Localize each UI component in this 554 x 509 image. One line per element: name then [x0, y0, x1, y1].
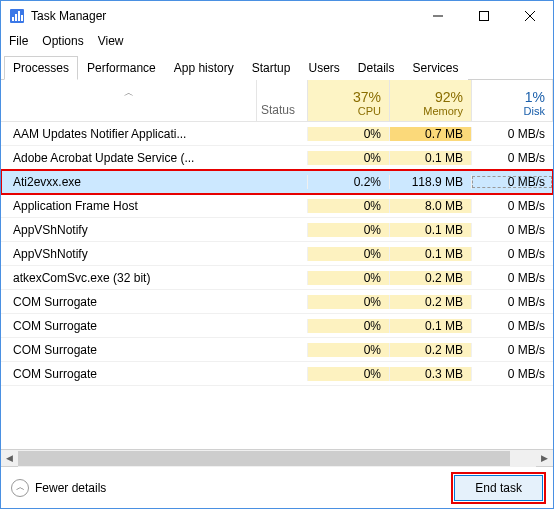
table-row[interactable]: COM Surrogate0%0.2 MB0 MB/s: [1, 290, 553, 314]
cell-name: atkexComSvc.exe (32 bit): [1, 271, 257, 285]
scroll-left-icon[interactable]: ◀: [1, 450, 18, 467]
titlebar: Task Manager: [1, 1, 553, 31]
cell-disk: 0 MB/s: [471, 295, 553, 309]
sort-caret-icon: ︿: [124, 86, 134, 100]
cell-memory: 118.9 MB: [389, 175, 471, 189]
cell-disk: 0 MB/s: [471, 127, 553, 141]
table-row[interactable]: AppVShNotify0%0.1 MB0 MB/s: [1, 218, 553, 242]
scroll-track[interactable]: [18, 450, 536, 467]
cell-memory: 0.3 MB: [389, 367, 471, 381]
task-manager-window: Task Manager File Options View Processes…: [0, 0, 554, 509]
cell-disk: 0 MB/s: [471, 151, 553, 165]
cell-cpu: 0%: [307, 319, 389, 333]
cell-cpu: 0%: [307, 367, 389, 381]
cell-cpu: 0%: [307, 247, 389, 261]
cell-cpu: 0%: [307, 199, 389, 213]
cell-name: COM Surrogate: [1, 319, 257, 333]
cell-name: COM Surrogate: [1, 367, 257, 381]
svg-rect-6: [480, 12, 489, 21]
column-headers: ︿ Status 37% CPU 92% Memory 1% Disk: [1, 80, 553, 122]
cell-name: AppVShNotify: [1, 247, 257, 261]
cell-name: Adobe Acrobat Update Service (...: [1, 151, 257, 165]
cell-cpu: 0%: [307, 151, 389, 165]
table-row[interactable]: AAM Updates Notifier Applicati...0%0.7 M…: [1, 122, 553, 146]
cell-disk: 0 MB/s: [471, 223, 553, 237]
maximize-button[interactable]: [461, 1, 507, 31]
tab-startup[interactable]: Startup: [243, 56, 300, 80]
tab-services[interactable]: Services: [404, 56, 468, 80]
header-cpu[interactable]: 37% CPU: [307, 80, 389, 121]
tab-performance[interactable]: Performance: [78, 56, 165, 80]
table-row[interactable]: AppVShNotify0%0.1 MB0 MB/s: [1, 242, 553, 266]
cell-name: AAM Updates Notifier Applicati...: [1, 127, 257, 141]
cell-memory: 0.1 MB: [389, 247, 471, 261]
svg-rect-4: [21, 15, 23, 21]
tab-processes[interactable]: Processes: [4, 56, 78, 80]
table-row[interactable]: Ati2evxx.exe0.2%118.9 MB0 MB/s: [1, 170, 553, 194]
cell-memory: 8.0 MB: [389, 199, 471, 213]
cell-name: COM Surrogate: [1, 343, 257, 357]
cell-memory: 0.2 MB: [389, 343, 471, 357]
svg-rect-1: [12, 17, 14, 21]
table-row[interactable]: Adobe Acrobat Update Service (...0%0.1 M…: [1, 146, 553, 170]
fewer-details-button[interactable]: ︿ Fewer details: [11, 479, 106, 497]
cell-memory: 0.1 MB: [389, 223, 471, 237]
cell-cpu: 0%: [307, 223, 389, 237]
process-list: AAM Updates Notifier Applicati...0%0.7 M…: [1, 122, 553, 449]
cell-disk: 0 MB/s: [471, 271, 553, 285]
cell-disk: 0 MB/s: [471, 319, 553, 333]
table-row[interactable]: COM Surrogate0%0.1 MB0 MB/s: [1, 314, 553, 338]
cell-name: AppVShNotify: [1, 223, 257, 237]
cell-cpu: 0%: [307, 127, 389, 141]
cell-cpu: 0%: [307, 271, 389, 285]
table-row[interactable]: atkexComSvc.exe (32 bit)0%0.2 MB0 MB/s: [1, 266, 553, 290]
cell-name: Application Frame Host: [1, 199, 257, 213]
cell-disk: 0 MB/s: [471, 247, 553, 261]
cell-disk: 0 MB/s: [471, 343, 553, 357]
window-title: Task Manager: [31, 9, 415, 23]
footer: ︿ Fewer details End task: [1, 466, 553, 508]
svg-rect-3: [18, 11, 20, 21]
tabstrip: ProcessesPerformanceApp historyStartupUs…: [1, 55, 553, 80]
tab-users[interactable]: Users: [299, 56, 348, 80]
menu-options[interactable]: Options: [42, 34, 83, 48]
horizontal-scrollbar[interactable]: ◀ ▶: [1, 449, 553, 466]
app-icon: [9, 8, 25, 24]
cell-cpu: 0%: [307, 295, 389, 309]
table-row[interactable]: Application Frame Host0%8.0 MB0 MB/s: [1, 194, 553, 218]
cell-cpu: 0%: [307, 343, 389, 357]
cell-memory: 0.2 MB: [389, 271, 471, 285]
cell-memory: 0.1 MB: [389, 151, 471, 165]
chevron-up-icon: ︿: [11, 479, 29, 497]
header-memory[interactable]: 92% Memory: [389, 80, 471, 121]
header-name[interactable]: ︿: [1, 80, 257, 121]
header-disk[interactable]: 1% Disk: [471, 80, 553, 121]
scroll-thumb[interactable]: [18, 451, 510, 466]
cell-name: COM Surrogate: [1, 295, 257, 309]
cell-memory: 0.2 MB: [389, 295, 471, 309]
tab-app-history[interactable]: App history: [165, 56, 243, 80]
menu-file[interactable]: File: [9, 34, 28, 48]
cell-disk: 0 MB/s: [471, 175, 553, 189]
cell-name: Ati2evxx.exe: [1, 175, 257, 189]
cell-disk: 0 MB/s: [471, 367, 553, 381]
tab-details[interactable]: Details: [349, 56, 404, 80]
cell-memory: 0.1 MB: [389, 319, 471, 333]
close-button[interactable]: [507, 1, 553, 31]
svg-rect-2: [15, 14, 17, 21]
cell-memory: 0.7 MB: [389, 127, 471, 141]
scroll-right-icon[interactable]: ▶: [536, 450, 553, 467]
end-task-button[interactable]: End task: [454, 475, 543, 501]
window-controls: [415, 1, 553, 31]
cell-cpu: 0.2%: [307, 175, 389, 189]
table-row[interactable]: COM Surrogate0%0.2 MB0 MB/s: [1, 338, 553, 362]
minimize-button[interactable]: [415, 1, 461, 31]
menu-view[interactable]: View: [98, 34, 124, 48]
menubar: File Options View: [1, 31, 553, 51]
cell-disk: 0 MB/s: [471, 199, 553, 213]
header-status[interactable]: Status: [257, 80, 307, 121]
table-row[interactable]: COM Surrogate0%0.3 MB0 MB/s: [1, 362, 553, 386]
